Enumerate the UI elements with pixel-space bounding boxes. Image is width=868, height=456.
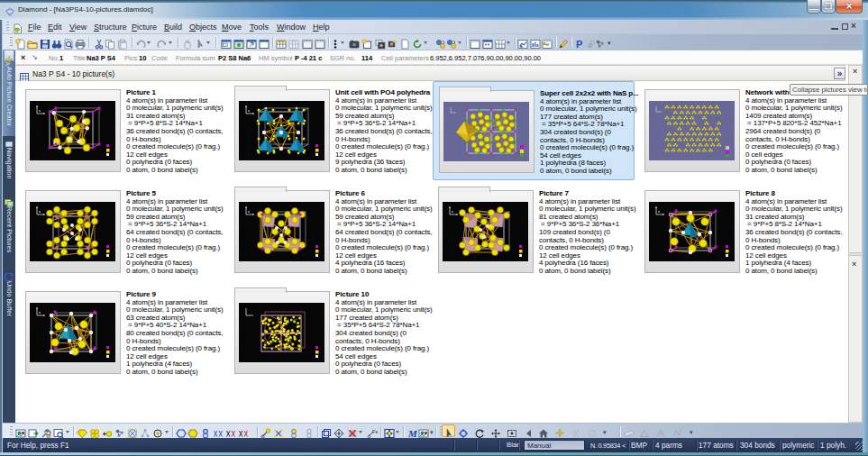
svg-text:P: P [576,39,582,50]
svg-text:Fe: Fe [372,429,378,434]
svg-text:a: a [588,41,592,50]
